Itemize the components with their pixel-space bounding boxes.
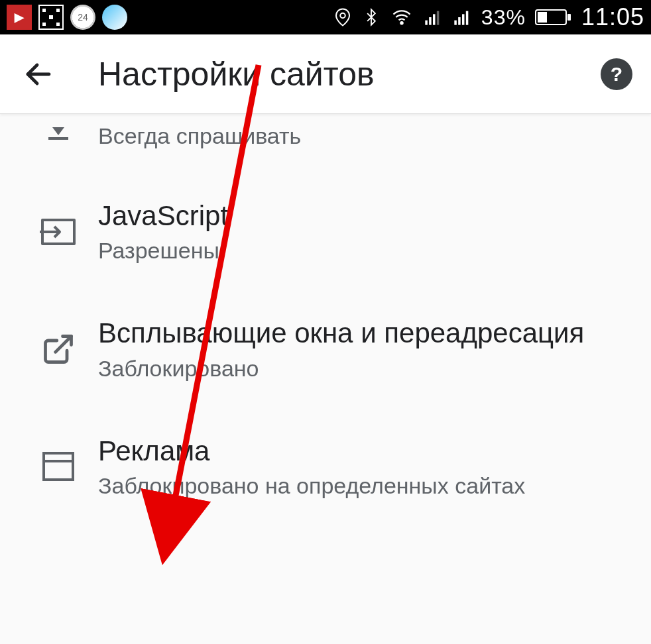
- help-button[interactable]: ?: [601, 58, 632, 90]
- battery-percentage: 33%: [481, 5, 526, 30]
- settings-row-subtitle: Всегда спрашивать: [98, 123, 632, 149]
- enter-icon: [19, 216, 98, 248]
- settings-row-subtitle: Заблокировано на определенных сайтах: [98, 473, 632, 499]
- signal-icon: [423, 8, 443, 27]
- location-icon: [333, 7, 353, 27]
- svg-rect-7: [458, 17, 461, 25]
- settings-list: Всегда спрашивать JavaScript Разрешены В…: [0, 114, 651, 525]
- settings-row-title: JavaScript: [98, 199, 632, 233]
- svg-rect-6: [454, 21, 457, 25]
- wifi-icon: [390, 7, 414, 27]
- svg-rect-2: [425, 21, 428, 25]
- bluetooth-icon: [362, 7, 381, 28]
- status-bar: ▶ 24 33% 11:05: [0, 0, 651, 34]
- svg-rect-11: [567, 14, 571, 21]
- page-title: Настройки сайтов: [98, 55, 375, 93]
- svg-rect-8: [462, 14, 465, 25]
- svg-line-18: [56, 337, 72, 352]
- svg-rect-4: [433, 14, 436, 25]
- screen: ▶ 24 33% 11:05: [0, 0, 651, 644]
- status-notifications: ▶ 24: [7, 5, 127, 30]
- svg-point-0: [340, 13, 345, 19]
- svg-point-1: [400, 22, 402, 24]
- app-notification-icon: 24: [70, 5, 95, 30]
- svg-rect-19: [44, 453, 73, 480]
- svg-rect-9: [466, 11, 469, 25]
- app-notification-icon: [102, 5, 127, 30]
- settings-row-partial[interactable]: Всегда спрашивать: [0, 114, 651, 173]
- app-notification-icon: [38, 5, 64, 30]
- clock: 11:05: [581, 3, 644, 31]
- battery-icon: [535, 8, 572, 27]
- status-right: 33% 11:05: [333, 3, 644, 31]
- settings-row-subtitle: Разрешены: [98, 238, 632, 264]
- svg-rect-5: [437, 11, 440, 25]
- app-notification-icon: ▶: [7, 5, 32, 30]
- open-in-new-icon: [19, 332, 98, 366]
- svg-marker-14: [52, 127, 64, 135]
- download-icon: [19, 127, 98, 140]
- back-button[interactable]: [19, 54, 58, 94]
- svg-rect-3: [429, 17, 432, 25]
- svg-rect-12: [538, 12, 547, 23]
- settings-row-ads[interactable]: Реклама Заблокировано на определенных са…: [0, 408, 651, 525]
- app-bar: Настройки сайтов ?: [0, 34, 651, 114]
- settings-row-title: Реклама: [98, 435, 632, 468]
- settings-row-title: Всплывающие окна и переадресация: [98, 317, 632, 350]
- settings-row-popups[interactable]: Всплывающие окна и переадресация Заблоки…: [0, 290, 651, 407]
- settings-row-javascript[interactable]: JavaScript Разрешены: [0, 173, 651, 290]
- svg-rect-15: [48, 137, 68, 140]
- settings-row-subtitle: Заблокировано: [98, 356, 632, 382]
- signal-icon: [452, 8, 472, 27]
- window-icon: [19, 451, 98, 482]
